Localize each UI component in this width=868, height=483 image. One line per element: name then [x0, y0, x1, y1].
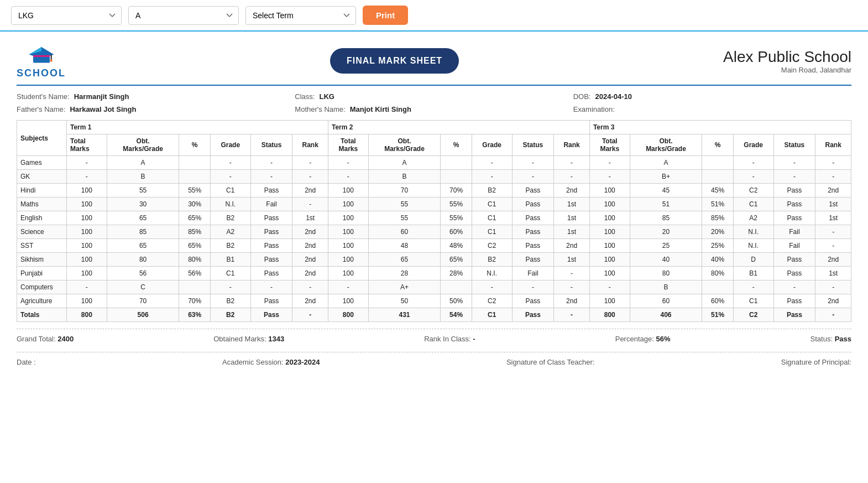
row-9-t2_total: -: [328, 281, 368, 294]
row-4-t1_total: 100: [67, 211, 107, 225]
row-0-t3_grade: -: [733, 156, 773, 170]
rank-in-class-value: -: [473, 335, 475, 343]
school-logo-icon: [25, 43, 58, 67]
row-9-t3_status: -: [773, 281, 815, 294]
t1-rank-header: Rank: [292, 134, 328, 156]
academic-session-block: Academic Session: 2023-2024: [222, 358, 320, 366]
row-3-t3_status: Pass: [773, 198, 815, 211]
row-11-t3_total: 800: [589, 308, 630, 322]
t1-status-header: Status: [250, 134, 292, 156]
row-10-t1_rank: 2nd: [292, 294, 328, 308]
row-10-t2_obt: 50: [368, 294, 441, 308]
t2-status-header: Status: [512, 134, 554, 156]
row-0-t1_total: -: [67, 156, 107, 170]
school-name-right: Alex Public School Main Road, Jalandhar: [723, 48, 851, 74]
row-0-t1_pct: [179, 156, 210, 170]
row-9-t3_pct: [702, 281, 733, 294]
mother-name-label: Mother's Name:: [295, 105, 345, 113]
row-5-t2_rank: 1st: [554, 225, 590, 239]
row-3-t3_total: 100: [589, 198, 630, 211]
row-11-t2_obt: 431: [368, 308, 441, 322]
row-5-t3_grade: N.I.: [733, 225, 773, 239]
row-6-t3_grade: N.I.: [733, 239, 773, 253]
term-select[interactable]: Select Term Term 1 Term 2 Term 3: [245, 6, 356, 25]
row-10-t2_pct: 50%: [441, 294, 472, 308]
row-7-t2_status: Pass: [512, 253, 554, 267]
grand-total-value: 2400: [57, 335, 74, 343]
row-11-t1_grade: B2: [210, 308, 250, 322]
row-6-t2_rank: 2nd: [554, 239, 590, 253]
row-10-t2_status: Pass: [512, 294, 554, 308]
row-0-t2_total: -: [328, 156, 368, 170]
row-8-t1_obt: 56: [107, 267, 179, 281]
percentage-value: 56%: [656, 335, 670, 343]
row-1-t3_pct: [702, 170, 733, 184]
row-6-t1_obt: 65: [107, 239, 179, 253]
t3-obt-header: Obt.Marks/Grade: [630, 134, 702, 156]
row-7-t2_rank: 1st: [554, 253, 590, 267]
row-10-subject: Agriculture: [17, 294, 67, 308]
row-9-t2_obt: A+: [368, 281, 441, 294]
row-7-t2_grade: B2: [472, 253, 512, 267]
svg-rect-3: [50, 54, 51, 60]
row-10-t1_total: 100: [67, 294, 107, 308]
row-2-t2_total: 100: [328, 184, 368, 198]
row-4-t1_grade: B2: [210, 211, 250, 225]
row-6-t2_status: Pass: [512, 239, 554, 253]
row-5-t1_obt: 85: [107, 225, 179, 239]
svg-point-4: [50, 59, 53, 62]
row-7-t3_total: 100: [589, 253, 630, 267]
row-6-t2_grade: C2: [472, 239, 512, 253]
row-5-t2_total: 100: [328, 225, 368, 239]
row-11-t2_pct: 54%: [441, 308, 472, 322]
row-10-t2_total: 100: [328, 294, 368, 308]
class-select[interactable]: LKG UKG 1st 2nd 3rd: [11, 6, 122, 25]
row-5-t3_status: Fail: [773, 225, 815, 239]
row-2-t3_rank: 2nd: [815, 184, 851, 198]
row-4-subject: English: [17, 211, 67, 225]
row-6-t2_total: 100: [328, 239, 368, 253]
row-0-t3_pct: [702, 156, 733, 170]
academic-session-label: Academic Session:: [222, 358, 284, 366]
row-3-t2_status: Pass: [512, 198, 554, 211]
row-6-t3_pct: 25%: [702, 239, 733, 253]
row-6-t1_total: 100: [67, 239, 107, 253]
row-4-t2_rank: 1st: [554, 211, 590, 225]
row-6-t3_status: Fail: [773, 239, 815, 253]
t2-grade-header: Grade: [472, 134, 512, 156]
row-9-t1_grade: -: [210, 281, 250, 294]
row-11-t3_obt: 406: [630, 308, 702, 322]
row-7-t2_obt: 65: [368, 253, 441, 267]
row-7-t3_rank: 2nd: [815, 253, 851, 267]
row-3-t1_total: 100: [67, 198, 107, 211]
row-8-t1_status: Pass: [250, 267, 292, 281]
student-name-label: Student's Name:: [17, 92, 70, 101]
row-4-t1_obt: 65: [107, 211, 179, 225]
row-3-t3_grade: C1: [733, 198, 773, 211]
row-8-t2_rank: -: [554, 267, 590, 281]
row-4-t1_pct: 65%: [179, 211, 210, 225]
row-0-t3_rank: -: [815, 156, 851, 170]
mother-name-value: Manjot Kirti Singh: [350, 105, 411, 113]
row-5-t3_rank: -: [815, 225, 851, 239]
row-7-t1_rank: 2nd: [292, 253, 328, 267]
row-8-t3_obt: 80: [630, 267, 702, 281]
row-6-t1_status: Pass: [250, 239, 292, 253]
row-1-t1_pct: [179, 170, 210, 184]
t3-pct-header: %: [702, 134, 733, 156]
row-4-t2_grade: C1: [472, 211, 512, 225]
row-6-t2_pct: 48%: [441, 239, 472, 253]
print-button[interactable]: Print: [363, 6, 408, 25]
row-6-t3_rank: -: [815, 239, 851, 253]
t3-status-header: Status: [773, 134, 815, 156]
row-11-t2_status: Pass: [512, 308, 554, 322]
row-2-t1_status: Pass: [250, 184, 292, 198]
rank-in-class-label: Rank In Class:: [424, 335, 471, 343]
row-7-t1_total: 100: [67, 253, 107, 267]
row-7-t2_pct: 65%: [441, 253, 472, 267]
row-4-t2_total: 100: [328, 211, 368, 225]
row-3-t1_obt: 30: [107, 198, 179, 211]
row-0-t2_grade: -: [472, 156, 512, 170]
section-select[interactable]: A B C: [128, 6, 239, 25]
row-1-t2_rank: -: [554, 170, 590, 184]
